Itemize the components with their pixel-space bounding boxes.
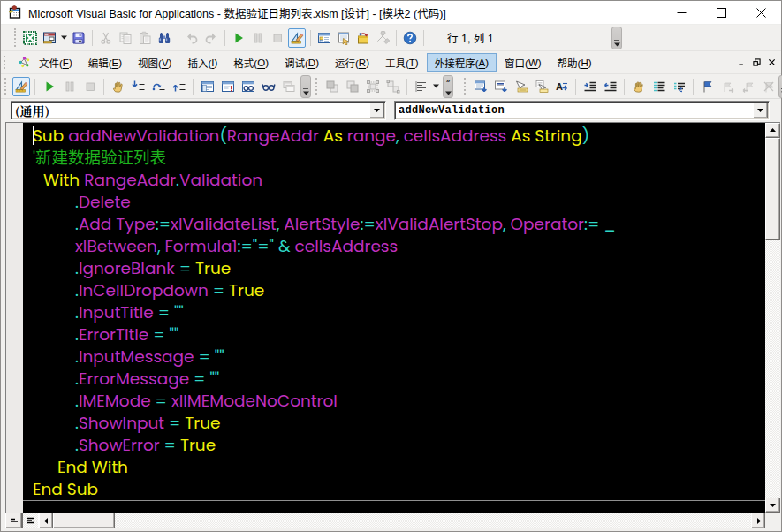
group-button[interactable]	[364, 77, 382, 96]
save-button[interactable]	[70, 28, 87, 48]
code-line-15: .ShowError = True	[23, 434, 616, 456]
horizontal-scrollbar-thumb[interactable]	[53, 513, 115, 528]
mdi-minimize-button[interactable]	[734, 55, 749, 70]
run-macro-button[interactable]	[230, 28, 247, 48]
mdi-restore-button[interactable]	[749, 55, 764, 70]
vertical-scrollbar-thumb[interactable]	[765, 138, 780, 240]
align-button[interactable]	[413, 77, 430, 96]
break-button[interactable]	[249, 28, 267, 48]
procedure-combobox-dropdown-icon[interactable]	[753, 103, 768, 118]
insert-userform-button[interactable]	[41, 28, 58, 48]
reset-button[interactable]	[269, 28, 286, 48]
mdi-close-button[interactable]	[764, 55, 779, 70]
module-window-icon[interactable]	[18, 56, 31, 69]
step-over-button[interactable]	[150, 77, 168, 96]
scroll-down-button[interactable]	[765, 498, 780, 513]
menu-edit[interactable]: 编辑(E)	[80, 53, 130, 72]
project-explorer-button[interactable]	[315, 28, 333, 48]
indent-button[interactable]	[581, 77, 599, 96]
menu-format[interactable]: 格式(O)	[225, 53, 277, 72]
maximize-button[interactable]	[702, 1, 741, 24]
clear-bookmarks-button[interactable]	[760, 77, 778, 96]
list-properties-button[interactable]	[472, 77, 490, 96]
menu-view[interactable]: 视图(V)	[130, 53, 179, 72]
locals-window-button[interactable]	[199, 77, 216, 96]
design-mode-button[interactable]	[288, 28, 306, 48]
undo-button[interactable]	[183, 28, 201, 48]
toggle-breakpoint-2-button[interactable]	[630, 77, 648, 96]
procedure-view-button[interactable]	[5, 513, 22, 528]
bring-to-front-button[interactable]	[323, 77, 341, 96]
watch-window-button[interactable]	[239, 77, 257, 96]
menu-help[interactable]: 帮助(H)	[550, 53, 600, 72]
object-combobox[interactable]: (通用)	[11, 101, 386, 120]
scroll-up-button[interactable]	[765, 123, 780, 138]
toolbar-grip[interactable]	[4, 78, 8, 95]
step-out-button[interactable]	[171, 77, 188, 96]
outdent-button[interactable]	[602, 77, 619, 96]
toolbar-separator	[396, 30, 397, 46]
properties-window-button[interactable]	[335, 28, 353, 48]
margin-indicator-bar[interactable]	[6, 123, 23, 513]
send-to-back-button[interactable]	[344, 77, 361, 96]
redo-button[interactable]	[202, 28, 220, 48]
toolbar-grip[interactable]	[315, 78, 319, 95]
toggle-bookmark-button[interactable]	[699, 77, 717, 96]
menu-debug[interactable]: 调试(D)	[277, 53, 327, 72]
immediate-window-button[interactable]	[219, 77, 237, 96]
parameter-info-button[interactable]	[533, 77, 550, 96]
insert-userform-dropdown[interactable]	[59, 28, 69, 48]
menu-tools[interactable]: 工具(T)	[377, 53, 427, 72]
menu-window[interactable]: 窗口(W)	[497, 53, 550, 72]
break-2-button[interactable]	[61, 77, 79, 96]
object-combobox-dropdown-icon[interactable]	[369, 103, 384, 118]
horizontal-scrollbar-track[interactable]	[39, 513, 765, 528]
copy-button[interactable]	[117, 28, 134, 48]
menu-file[interactable]: 文件(F)	[31, 53, 80, 72]
run-sub-button[interactable]	[41, 77, 58, 96]
step-into-button[interactable]	[130, 77, 148, 96]
menu-run[interactable]: 运行(R)	[327, 53, 377, 72]
view-excel-button[interactable]	[21, 28, 39, 48]
scroll-left-button[interactable]	[39, 513, 53, 528]
comment-block-button[interactable]	[650, 77, 668, 96]
userform-toolbar-options[interactable]: »	[443, 75, 453, 98]
code-text-area[interactable]: Sub addNewValidation(RangeAddr As range,…	[23, 123, 765, 513]
procedure-combobox[interactable]: addNewValidation	[394, 101, 770, 120]
cut-button[interactable]	[97, 28, 115, 48]
full-module-view-button[interactable]	[22, 513, 39, 528]
previous-bookmark-button[interactable]	[740, 77, 757, 96]
toolbox-button[interactable]	[374, 28, 391, 48]
edit-toolbar-options[interactable]	[778, 75, 782, 98]
copy-icon	[118, 31, 133, 45]
reset-2-button[interactable]	[81, 77, 99, 96]
scroll-right-button[interactable]	[751, 513, 765, 528]
ungroup-button[interactable]	[384, 77, 402, 96]
find-button[interactable]	[156, 28, 173, 48]
uncomment-block-button[interactable]	[671, 77, 688, 96]
design-mode-2-button[interactable]	[12, 77, 30, 96]
toggle-breakpoint-button[interactable]	[110, 77, 127, 96]
next-bookmark-button[interactable]	[719, 77, 737, 96]
call-stack-button[interactable]	[280, 77, 298, 96]
list-constants-button[interactable]	[492, 77, 510, 96]
paste-button[interactable]	[136, 28, 154, 48]
help-button[interactable]	[401, 28, 419, 48]
align-dropdown[interactable]	[431, 77, 441, 96]
menu-addins[interactable]: 外接程序(A)	[427, 53, 497, 72]
vertical-scrollbar[interactable]	[765, 123, 780, 513]
minimize-button[interactable]	[662, 1, 702, 24]
close-button[interactable]	[741, 1, 781, 24]
toolbar-grip[interactable]	[464, 78, 467, 95]
horizontal-scrollbar[interactable]	[39, 513, 765, 528]
object-browser-button[interactable]	[354, 28, 372, 48]
quick-info-button[interactable]	[512, 77, 530, 96]
menu-insert[interactable]: 插入(I)	[179, 53, 225, 72]
toolbar-grip[interactable]	[14, 28, 18, 47]
run-macro-icon	[232, 31, 246, 45]
quick-watch-button[interactable]	[260, 77, 277, 96]
menubar-grip[interactable]	[4, 56, 7, 69]
complete-word-button[interactable]: A	[553, 77, 571, 96]
standard-toolbar-options[interactable]	[611, 27, 622, 49]
debug-toolbar-options[interactable]	[300, 75, 311, 98]
